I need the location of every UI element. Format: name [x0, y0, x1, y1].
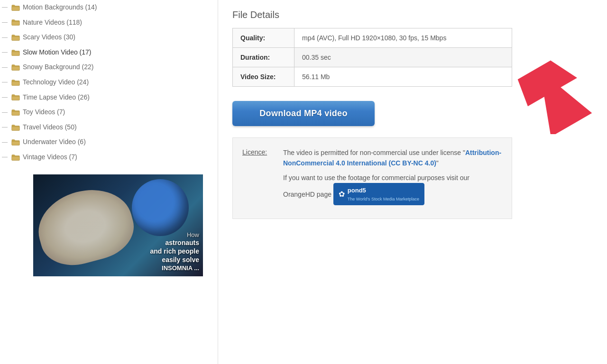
svg-marker-1 [514, 58, 596, 134]
ad-line2: astronauts and rich people easily solve [150, 238, 199, 264]
sidebar-item-label-10: Vintage Videos (7) [23, 153, 77, 162]
sidebar-dash-1: — [0, 18, 9, 27]
sidebar-dash-2: — [0, 34, 9, 42]
sidebar-dash-7: — [0, 109, 9, 117]
sidebar-item-label-0: Motion Backgrounds (14) [23, 3, 97, 12]
ad-earth-graphic [132, 179, 189, 236]
license-box: Licence: The video is permitted for non-… [232, 137, 512, 219]
sidebar-item-1[interactable]: — Nature Videos (118) [0, 15, 218, 30]
sidebar-dash-4: — [0, 64, 9, 72]
sidebar-item-7[interactable]: — Toy Videos (7) [0, 105, 218, 120]
sidebar-item-label-1: Nature Videos (118) [23, 18, 82, 27]
folder-icon-2 [11, 34, 20, 41]
download-section: Download MP4 video [232, 101, 593, 126]
table-cell-label-1: Duration: [233, 48, 294, 67]
sidebar-item-6[interactable]: — Time Lapse Video (26) [0, 90, 218, 105]
sidebar-nav: — Motion Backgrounds (14)— Nature Videos… [0, 0, 218, 165]
sidebar-item-10[interactable]: — Vintage Videos (7) [0, 150, 218, 165]
folder-icon-6 [11, 93, 20, 101]
sidebar-item-label-9: Underwater Video (6) [23, 137, 86, 147]
sidebar-item-label-6: Time Lapse Video (26) [23, 93, 90, 102]
download-mp4-button[interactable]: Download MP4 video [232, 101, 375, 126]
sidebar-item-label-8: Travel Videos (50) [23, 123, 77, 132]
big-red-arrow [507, 58, 602, 134]
sidebar-item-label-7: Toy Videos (7) [23, 108, 65, 117]
table-row-2: Video Size:56.11 Mb [233, 67, 512, 87]
sidebar-item-label-5: Technology Video (24) [23, 78, 89, 87]
ad-text-overlay: How astronauts and rich people easily so… [150, 231, 199, 272]
folder-icon-10 [11, 154, 20, 161]
sidebar-item-label-2: Scary Videos (30) [23, 33, 75, 42]
ad-line1: How [150, 231, 199, 238]
sidebar-dash-6: — [0, 93, 9, 101]
table-row-1: Duration:00.35 sec [233, 48, 512, 67]
file-details-table: Quality:mp4 (AVC), Full HD 1920×1080, 30… [232, 28, 512, 87]
pond5-badge[interactable]: ✿ pond5 The World's Stock Media Marketpl… [333, 183, 424, 205]
table-cell-value-2: 56.11 Mb [294, 67, 512, 87]
pond5-badge-content: pond5 The World's Stock Media Marketplac… [348, 186, 419, 202]
ad-line5: INSOMNIA ... [150, 264, 199, 272]
sidebar-dash-0: — [0, 3, 9, 11]
sidebar-dash-8: — [0, 123, 9, 131]
sidebar-item-8[interactable]: — Travel Videos (50) [0, 120, 218, 135]
table-cell-label-2: Video Size: [233, 67, 294, 87]
folder-icon-9 [11, 138, 20, 146]
sidebar-item-0[interactable]: — Motion Backgrounds (14) [0, 0, 218, 15]
table-row-0: Quality:mp4 (AVC), Full HD 1920×1080, 30… [233, 28, 512, 48]
license-text-1: The video is permitted for non-commercia… [283, 147, 502, 169]
sidebar-dash-3: — [0, 48, 9, 56]
pond5-subtitle: The World's Stock Media Marketplace [348, 196, 419, 202]
sidebar-item-4[interactable]: — Snowy Background (22) [0, 60, 218, 75]
folder-icon-5 [11, 79, 20, 86]
sidebar-dash-9: — [0, 138, 9, 146]
sidebar-advertisement[interactable]: How astronauts and rich people easily so… [0, 174, 218, 276]
sidebar-item-label-3: Slow Motion Video (17) [23, 48, 91, 57]
ad-astronaut-graphic [33, 180, 140, 273]
folder-icon-8 [11, 124, 20, 131]
pond5-label: pond5 [348, 187, 366, 194]
sidebar-item-9[interactable]: — Underwater Video (6) [0, 135, 218, 150]
license-text-2: If you want to use the footage for comme… [283, 173, 502, 206]
table-cell-value-0: mp4 (AVC), Full HD 1920×1080, 30 fps, 15… [294, 28, 512, 48]
folder-icon-0 [11, 4, 20, 11]
file-details-title: File Details [232, 9, 593, 20]
folder-icon-7 [11, 109, 20, 116]
folder-icon-1 [11, 18, 20, 26]
table-cell-value-1: 00.35 sec [294, 48, 512, 67]
sidebar-item-2[interactable]: — Scary Videos (30) [0, 30, 218, 45]
sidebar-item-5[interactable]: — Technology Video (24) [0, 75, 218, 90]
sidebar-dash-10: — [0, 153, 9, 161]
sidebar-dash-5: — [0, 78, 9, 86]
pond5-flower-icon: ✿ [339, 188, 345, 200]
sidebar: — Motion Backgrounds (14)— Nature Videos… [0, 0, 218, 364]
ad-image[interactable]: How astronauts and rich people easily so… [33, 174, 203, 276]
sidebar-item-3[interactable]: — Slow Motion Video (17) [0, 45, 218, 60]
folder-icon-3 [11, 49, 20, 56]
sidebar-item-label-4: Snowy Background (22) [23, 63, 93, 72]
folder-icon-4 [11, 64, 20, 71]
license-label: Licence: [242, 147, 276, 209]
license-content: The video is permitted for non-commercia… [283, 147, 502, 209]
table-cell-label-0: Quality: [233, 28, 294, 48]
main-content: File Details Quality:mp4 (AVC), Full HD … [218, 0, 607, 364]
